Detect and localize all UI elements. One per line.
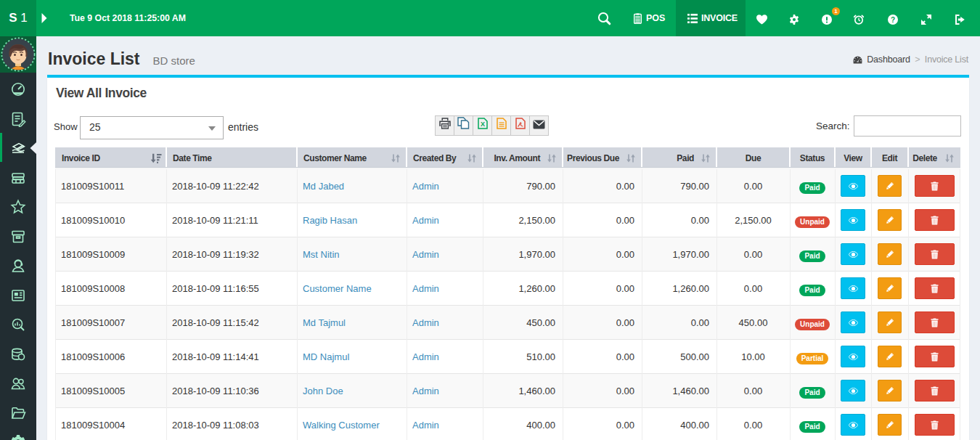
svg-text:X: X (480, 121, 484, 128)
svg-text:?: ? (891, 16, 895, 24)
